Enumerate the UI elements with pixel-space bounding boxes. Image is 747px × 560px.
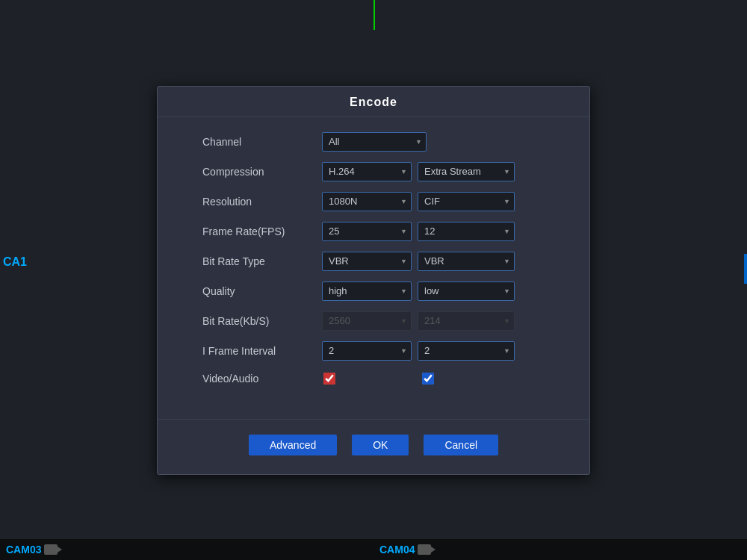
channel-label: Channel [202, 136, 322, 148]
framerate-controls: 25 20 15 10 12 10 8 5 [322, 222, 515, 241]
bitrate-extra-select: 214 [418, 311, 515, 331]
dialog-title: Encode [158, 87, 589, 117]
compression-main-wrapper[interactable]: H.264 H.265 [322, 162, 412, 181]
resolution-label: Resolution [202, 196, 322, 208]
advanced-button[interactable]: Advanced [249, 435, 337, 455]
bitrate-label: Bit Rate(Kb/S) [202, 315, 322, 327]
compression-extra-select[interactable]: Extra Stream Main Stream [418, 162, 515, 181]
bitrate-extra-wrapper: 214 [418, 311, 515, 331]
framerate-extra-wrapper[interactable]: 12 10 8 5 [418, 222, 515, 241]
cancel-button[interactable]: Cancel [424, 435, 498, 455]
iframe-extra-select[interactable]: 2 4 6 8 [418, 341, 515, 361]
dialog-footer: Advanced OK Cancel [158, 419, 589, 474]
videoaudio-main-checkbox-container[interactable] [322, 371, 337, 386]
videoaudio-main-checkbox[interactable] [323, 373, 335, 385]
videoaudio-extra-checkbox[interactable] [422, 373, 434, 385]
compression-extra-wrapper[interactable]: Extra Stream Main Stream [418, 162, 515, 181]
resolution-extra-wrapper[interactable]: CIF D1 720P [418, 192, 515, 211]
bitrtype-extra-wrapper[interactable]: VBR CBR [418, 252, 515, 271]
channel-controls: All CAM01 CAM02 CAM03 CAM04 [322, 132, 427, 152]
encode-dialog: Encode Channel All CAM01 CAM02 CAM03 CAM… [157, 86, 590, 475]
compression-label: Compression [202, 166, 322, 178]
iframe-main-wrapper[interactable]: 2 4 6 8 [322, 341, 412, 361]
videoaudio-extra-checkbox-container[interactable] [421, 371, 436, 386]
bitrtype-extra-select[interactable]: VBR CBR [418, 252, 515, 271]
compression-row: Compression H.264 H.265 Extra Stream Mai… [202, 162, 560, 181]
ok-button[interactable]: OK [352, 435, 409, 455]
resolution-main-wrapper[interactable]: 1080N 720P D1 CIF [322, 192, 412, 211]
bitrtype-label: Bit Rate Type [202, 255, 322, 267]
quality-label: Quality [202, 285, 322, 297]
dialog-body: Channel All CAM01 CAM02 CAM03 CAM04 [158, 117, 589, 419]
quality-main-wrapper[interactable]: high medium low [322, 281, 412, 301]
resolution-controls: 1080N 720P D1 CIF CIF D1 720P [322, 192, 515, 211]
framerate-label: Frame Rate(FPS) [202, 225, 322, 237]
quality-row: Quality high medium low low medium [202, 281, 560, 301]
iframe-controls: 2 4 6 8 2 4 6 8 [322, 341, 515, 361]
iframe-row: I Frame Interval 2 4 6 8 2 4 [202, 341, 560, 361]
framerate-extra-select[interactable]: 12 10 8 5 [418, 222, 515, 241]
bitrtype-main-select[interactable]: VBR CBR [322, 252, 412, 271]
framerate-row: Frame Rate(FPS) 25 20 15 10 12 10 [202, 222, 560, 241]
channel-row: Channel All CAM01 CAM02 CAM03 CAM04 [202, 132, 560, 152]
channel-select[interactable]: All CAM01 CAM02 CAM03 CAM04 [322, 132, 427, 152]
iframe-main-select[interactable]: 2 4 6 8 [322, 341, 412, 361]
iframe-label: I Frame Interval [202, 345, 322, 357]
framerate-main-select[interactable]: 25 20 15 10 [322, 222, 412, 241]
quality-extra-select[interactable]: low medium high [418, 281, 515, 301]
framerate-main-wrapper[interactable]: 25 20 15 10 [322, 222, 412, 241]
bitrtype-main-wrapper[interactable]: VBR CBR [322, 252, 412, 271]
resolution-extra-select[interactable]: CIF D1 720P [418, 192, 515, 211]
quality-main-select[interactable]: high medium low [322, 281, 412, 301]
videoaudio-controls [322, 371, 436, 386]
bitrate-main-select: 2560 [322, 311, 412, 331]
bitrtype-row: Bit Rate Type VBR CBR VBR CBR [202, 252, 560, 271]
quality-controls: high medium low low medium high [322, 281, 515, 301]
videoaudio-row: Video/Audio [202, 371, 560, 386]
modal-overlay: Encode Channel All CAM01 CAM02 CAM03 CAM… [0, 0, 747, 560]
bitrate-controls: 2560 214 [322, 311, 515, 331]
bitrtype-controls: VBR CBR VBR CBR [322, 252, 515, 271]
bitrate-row: Bit Rate(Kb/S) 2560 214 [202, 311, 560, 331]
resolution-main-select[interactable]: 1080N 720P D1 CIF [322, 192, 412, 211]
compression-main-select[interactable]: H.264 H.265 [322, 162, 412, 181]
bitrate-main-wrapper: 2560 [322, 311, 412, 331]
iframe-extra-wrapper[interactable]: 2 4 6 8 [418, 341, 515, 361]
quality-extra-wrapper[interactable]: low medium high [418, 281, 515, 301]
videoaudio-label: Video/Audio [202, 373, 322, 385]
compression-controls: H.264 H.265 Extra Stream Main Stream [322, 162, 515, 181]
resolution-row: Resolution 1080N 720P D1 CIF CIF D1 [202, 192, 560, 211]
channel-select-wrapper[interactable]: All CAM01 CAM02 CAM03 CAM04 [322, 132, 427, 152]
